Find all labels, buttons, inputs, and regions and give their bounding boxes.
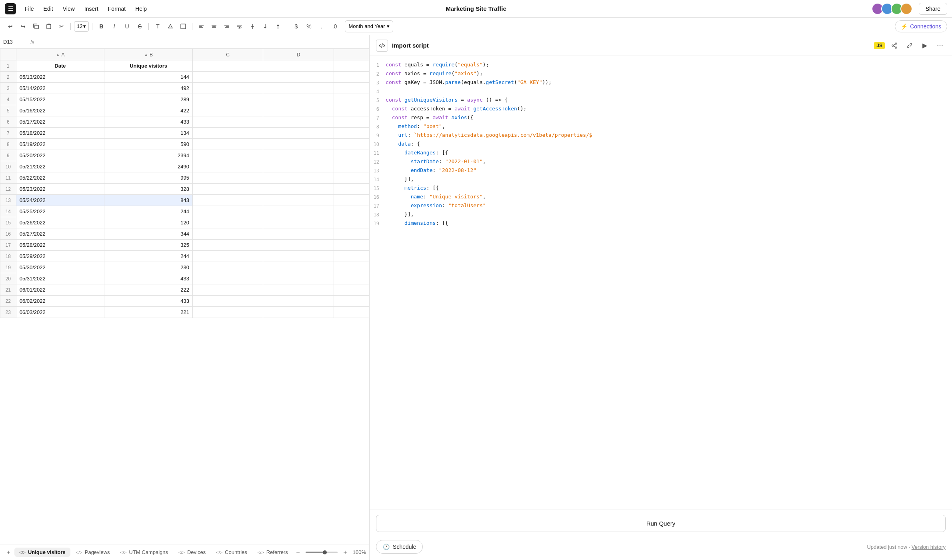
border-button[interactable]: [178, 21, 189, 32]
italic-button[interactable]: I: [108, 21, 120, 32]
share-button[interactable]: Share: [919, 3, 947, 15]
date-cell-9[interactable]: 05/20/2022: [16, 150, 104, 161]
value-cell-20[interactable]: 433: [104, 273, 193, 284]
tab-pageviews[interactable]: </> Pageviews: [71, 548, 115, 557]
col-c-header[interactable]: C: [192, 49, 263, 60]
date-cell-13[interactable]: 05/24/2022: [16, 195, 104, 206]
value-cell-6[interactable]: 433: [104, 116, 193, 128]
tab-devices[interactable]: </> Devices: [174, 548, 210, 557]
valign-middle-button[interactable]: [247, 21, 258, 32]
date-cell-20[interactable]: 05/31/2022: [16, 273, 104, 284]
schedule-button[interactable]: 🕐 Schedule: [376, 540, 423, 554]
value-cell-4[interactable]: 289: [104, 94, 193, 105]
currency-button[interactable]: $: [290, 21, 302, 32]
value-cell-10[interactable]: 2490: [104, 161, 193, 172]
date-cell-18[interactable]: 05/29/2022: [16, 251, 104, 262]
value-cell-17[interactable]: 325: [104, 240, 193, 251]
date-cell-22[interactable]: 06/02/2022: [16, 296, 104, 307]
undo-button[interactable]: ↩: [5, 21, 16, 32]
menu-insert[interactable]: Insert: [80, 4, 102, 14]
date-cell-10[interactable]: 05/21/2022: [16, 161, 104, 172]
value-cell-13[interactable]: 843: [104, 195, 193, 206]
wrap-button[interactable]: [234, 21, 245, 32]
col-b-header[interactable]: ▲ B: [104, 49, 193, 60]
redo-button[interactable]: ↪: [18, 21, 29, 32]
date-cell-19[interactable]: 05/30/2022: [16, 262, 104, 273]
date-cell-12[interactable]: 05/23/2022: [16, 184, 104, 195]
value-cell-23[interactable]: 221: [104, 307, 193, 318]
value-cell-21[interactable]: 222: [104, 284, 193, 296]
col-a-header-cell[interactable]: Date: [16, 60, 104, 72]
fill-color-button[interactable]: [165, 21, 176, 32]
percent-button[interactable]: %: [303, 21, 314, 32]
align-left-button[interactable]: [196, 21, 207, 32]
date-cell-8[interactable]: 05/19/2022: [16, 139, 104, 150]
date-cell-17[interactable]: 05/28/2022: [16, 240, 104, 251]
value-cell-7[interactable]: 134: [104, 128, 193, 139]
app-icon[interactable]: ☰: [5, 3, 16, 14]
value-cell-19[interactable]: 230: [104, 262, 193, 273]
col-d-header[interactable]: D: [263, 49, 334, 60]
zoom-in-button[interactable]: +: [341, 548, 350, 557]
menu-file[interactable]: File: [21, 4, 38, 14]
font-size-selector[interactable]: 12 ▾: [74, 21, 89, 32]
tab-referrers[interactable]: </> Referrers: [253, 548, 293, 557]
value-cell-22[interactable]: 433: [104, 296, 193, 307]
menu-edit[interactable]: Edit: [40, 4, 57, 14]
date-cell-15[interactable]: 05/26/2022: [16, 217, 104, 228]
run-query-button[interactable]: Run Query: [376, 515, 946, 532]
connections-button[interactable]: ⚡ Connections: [895, 20, 947, 32]
version-history-link[interactable]: Version history: [912, 544, 946, 550]
strikethrough-button[interactable]: S: [134, 21, 145, 32]
code-editor[interactable]: 1 const equals = require("equals"); 2 co…: [370, 56, 952, 510]
date-cell-23[interactable]: 06/03/2022: [16, 307, 104, 318]
code-editor-toggle[interactable]: [376, 40, 388, 52]
comma-button[interactable]: ,: [316, 21, 327, 32]
decimal-button[interactable]: .0: [329, 21, 340, 32]
date-cell-16[interactable]: 05/27/2022: [16, 228, 104, 240]
col-a-header[interactable]: ▲ A: [16, 49, 104, 60]
play-button[interactable]: ▶: [919, 40, 930, 51]
date-cell-21[interactable]: 06/01/2022: [16, 284, 104, 296]
format-selector[interactable]: Month and Year ▾: [345, 20, 393, 32]
tab-unique-visitors[interactable]: </> Unique visitors: [14, 548, 70, 557]
value-cell-14[interactable]: 244: [104, 206, 193, 217]
value-cell-16[interactable]: 344: [104, 228, 193, 240]
date-cell-2[interactable]: 05/13/2022: [16, 72, 104, 83]
value-cell-9[interactable]: 2394: [104, 150, 193, 161]
valign-top-button[interactable]: [272, 21, 284, 32]
expand-button[interactable]: [904, 40, 915, 51]
tab-countries[interactable]: </> Countries: [211, 548, 252, 557]
bold-button[interactable]: B: [96, 21, 107, 32]
value-cell-12[interactable]: 328: [104, 184, 193, 195]
align-center-button[interactable]: [208, 21, 220, 32]
value-cell-18[interactable]: 244: [104, 251, 193, 262]
cut-button[interactable]: ✂: [56, 21, 67, 32]
date-cell-14[interactable]: 05/25/2022: [16, 206, 104, 217]
value-cell-15[interactable]: 120: [104, 217, 193, 228]
date-cell-11[interactable]: 05/22/2022: [16, 172, 104, 184]
date-cell-4[interactable]: 05/15/2022: [16, 94, 104, 105]
col-b-header-cell[interactable]: Unique visitors: [104, 60, 193, 72]
date-cell-5[interactable]: 05/16/2022: [16, 105, 104, 116]
valign-bottom-button[interactable]: [260, 21, 271, 32]
zoom-out-button[interactable]: −: [294, 548, 302, 557]
date-cell-6[interactable]: 05/17/2022: [16, 116, 104, 128]
menu-view[interactable]: View: [59, 4, 79, 14]
grid-container[interactable]: ▲ A ▲ B C D: [0, 49, 369, 544]
value-cell-11[interactable]: 995: [104, 172, 193, 184]
text-format-button[interactable]: T: [152, 21, 163, 32]
value-cell-8[interactable]: 590: [104, 139, 193, 150]
zoom-slider[interactable]: [306, 552, 338, 553]
value-cell-3[interactable]: 492: [104, 83, 193, 94]
paste-button[interactable]: [43, 21, 54, 32]
share-code-button[interactable]: [889, 40, 900, 51]
value-cell-5[interactable]: 422: [104, 105, 193, 116]
value-cell-2[interactable]: 144: [104, 72, 193, 83]
tab-utm-campaigns[interactable]: </> UTM Campaigns: [116, 548, 173, 557]
cell-reference[interactable]: D13: [3, 39, 27, 45]
date-cell-7[interactable]: 05/18/2022: [16, 128, 104, 139]
avatar-4[interactable]: [900, 3, 912, 15]
more-options-button[interactable]: ⋯: [934, 40, 946, 51]
menu-format[interactable]: Format: [104, 4, 130, 14]
